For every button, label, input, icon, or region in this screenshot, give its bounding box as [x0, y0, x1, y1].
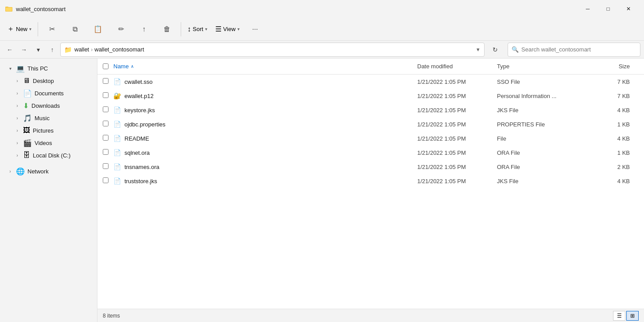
- back-button[interactable]: ←: [4, 43, 16, 56]
- file-icon: 📄: [113, 149, 121, 156]
- sidebar-item-downloads[interactable]: › ⬇ Downloads: [2, 99, 95, 112]
- column-date-header[interactable]: Date modified: [417, 63, 497, 70]
- row-date: 1/21/2022 1:05 PM: [417, 79, 497, 85]
- view-icon: ☰: [215, 25, 221, 33]
- main-area: ▾ 💻 This PC › 🖥 Desktop › 📄 Documents › …: [0, 59, 644, 322]
- row-name: 📄 README: [113, 135, 417, 142]
- row-checkbox[interactable]: [103, 106, 109, 112]
- breadcrumb-wallet-contosomart[interactable]: wallet_contosomart: [94, 46, 144, 53]
- sidebar-item-network[interactable]: › 🌐 Network: [2, 165, 95, 177]
- copy-button[interactable]: ⧉: [64, 20, 86, 39]
- column-name-header[interactable]: Name ∧: [113, 63, 417, 70]
- row-checkbox[interactable]: [103, 78, 109, 84]
- more-button[interactable]: ···: [244, 20, 266, 39]
- maximize-button[interactable]: □: [598, 2, 618, 16]
- search-bar[interactable]: 🔍: [508, 43, 640, 57]
- sidebar-item-pictures[interactable]: › 🖼 Pictures: [2, 124, 95, 137]
- row-checkbox[interactable]: [103, 121, 109, 126]
- rename-icon: ✏: [118, 25, 124, 33]
- row-size: 7 KB: [594, 79, 639, 85]
- row-checkbox-col: [103, 78, 113, 85]
- expand-nav-button[interactable]: ▾: [32, 43, 44, 56]
- svg-rect-2: [6, 8, 12, 11]
- title-bar-left: wallet_contosomart: [5, 5, 66, 12]
- file-name: ewallet.p12: [124, 93, 154, 99]
- expand-this-pc-icon: ▾: [7, 65, 13, 71]
- table-row[interactable]: 📄 ojdbc.properties 1/21/2022 1:05 PM PRO…: [97, 117, 644, 131]
- paste-button[interactable]: 📋: [87, 20, 109, 39]
- sidebar-item-local-disk[interactable]: › 🗄 Local Disk (C:): [2, 149, 95, 161]
- address-folder-icon: 📁: [64, 46, 72, 53]
- row-size: 7 KB: [594, 93, 639, 99]
- expand-pictures-icon: ›: [14, 127, 20, 134]
- file-name: sqlnet.ora: [124, 149, 150, 156]
- forward-button[interactable]: →: [18, 43, 30, 56]
- details-view-button[interactable]: ⊞: [626, 311, 639, 321]
- pictures-icon: 🖼: [23, 126, 30, 134]
- search-input[interactable]: [521, 46, 636, 53]
- file-list: 📄 cwallet.sso 1/21/2022 1:05 PM SSO File…: [97, 75, 644, 309]
- row-size: 1 KB: [594, 149, 639, 156]
- rename-button[interactable]: ✏: [110, 20, 132, 39]
- expand-music-icon: ›: [14, 115, 20, 121]
- this-pc-label: This PC: [27, 65, 48, 72]
- breadcrumb-wallet[interactable]: wallet: [74, 46, 89, 53]
- select-all-checkbox[interactable]: [103, 63, 109, 69]
- column-size-header[interactable]: Size: [594, 63, 639, 70]
- cut-icon: ✂: [49, 25, 55, 33]
- table-row[interactable]: 📄 cwallet.sso 1/21/2022 1:05 PM SSO File…: [97, 75, 644, 89]
- more-icon: ···: [252, 25, 258, 33]
- table-row[interactable]: 📄 truststore.jks 1/21/2022 1:05 PM JKS F…: [97, 174, 644, 188]
- row-checkbox[interactable]: [103, 92, 109, 98]
- sidebar-item-videos[interactable]: › 🎬 Videos: [2, 137, 95, 149]
- new-icon: ＋: [7, 24, 14, 34]
- refresh-button[interactable]: ↻: [488, 43, 502, 57]
- desktop-label: Desktop: [33, 78, 54, 84]
- row-date: 1/21/2022 1:05 PM: [417, 178, 497, 185]
- row-name: 📄 keystore.jks: [113, 106, 417, 114]
- row-checkbox[interactable]: [103, 163, 109, 169]
- list-view-button[interactable]: ☰: [613, 311, 625, 321]
- delete-button[interactable]: 🗑: [156, 20, 178, 39]
- row-checkbox-col: [103, 92, 113, 99]
- sidebar-item-this-pc[interactable]: ▾ 💻 This PC: [2, 62, 95, 75]
- sidebar-item-music[interactable]: › 🎵 Music: [2, 112, 95, 124]
- address-expand-button[interactable]: ▾: [476, 45, 481, 54]
- row-checkbox[interactable]: [103, 177, 109, 183]
- new-button[interactable]: ＋ New ▾: [4, 20, 35, 39]
- table-row[interactable]: 📄 keystore.jks 1/21/2022 1:05 PM JKS Fil…: [97, 103, 644, 117]
- local-disk-label: Local Disk (C:): [33, 152, 70, 159]
- row-checkbox[interactable]: [103, 135, 109, 141]
- row-date: 1/21/2022 1:05 PM: [417, 107, 497, 114]
- new-arrow: ▾: [29, 27, 31, 31]
- view-button[interactable]: ☰ View ▾: [212, 20, 243, 39]
- row-type: JKS File: [497, 107, 594, 114]
- sort-label: Sort: [193, 26, 203, 32]
- network-icon: 🌐: [16, 167, 25, 176]
- downloads-label: Downloads: [31, 102, 60, 109]
- expand-local-disk-icon: ›: [14, 152, 20, 158]
- row-name: 📄 cwallet.sso: [113, 78, 417, 85]
- sidebar-item-desktop[interactable]: › 🖥 Desktop: [2, 75, 95, 87]
- row-checkbox-col: [103, 163, 113, 170]
- sidebar-item-documents[interactable]: › 📄 Documents: [2, 87, 95, 99]
- address-bar[interactable]: 📁 wallet › wallet_contosomart ▾: [60, 43, 485, 57]
- view-toggle-buttons: ☰ ⊞: [613, 311, 639, 321]
- file-icon: 📄: [113, 163, 121, 170]
- table-row[interactable]: 🔐 ewallet.p12 1/21/2022 1:05 PM Personal…: [97, 89, 644, 103]
- sort-button[interactable]: ↕ Sort ▾: [184, 20, 211, 39]
- minimize-button[interactable]: ─: [578, 2, 598, 16]
- table-row[interactable]: 📄 sqlnet.ora 1/21/2022 1:05 PM ORA File …: [97, 145, 644, 160]
- name-col-label: Name: [113, 63, 129, 70]
- cut-button[interactable]: ✂: [41, 20, 63, 39]
- column-type-header[interactable]: Type: [497, 63, 594, 70]
- share-button[interactable]: ↑: [133, 20, 155, 39]
- row-size: 1 KB: [594, 121, 639, 128]
- row-checkbox[interactable]: [103, 149, 109, 155]
- close-button[interactable]: ✕: [618, 2, 639, 16]
- table-row[interactable]: 📄 README 1/21/2022 1:05 PM File 4 KB: [97, 131, 644, 145]
- up-button[interactable]: ↑: [46, 43, 58, 56]
- delete-icon: 🗑: [163, 25, 171, 33]
- table-row[interactable]: 📄 tnsnames.ora 1/21/2022 1:05 PM ORA Fil…: [97, 160, 644, 174]
- file-name: README: [124, 135, 149, 142]
